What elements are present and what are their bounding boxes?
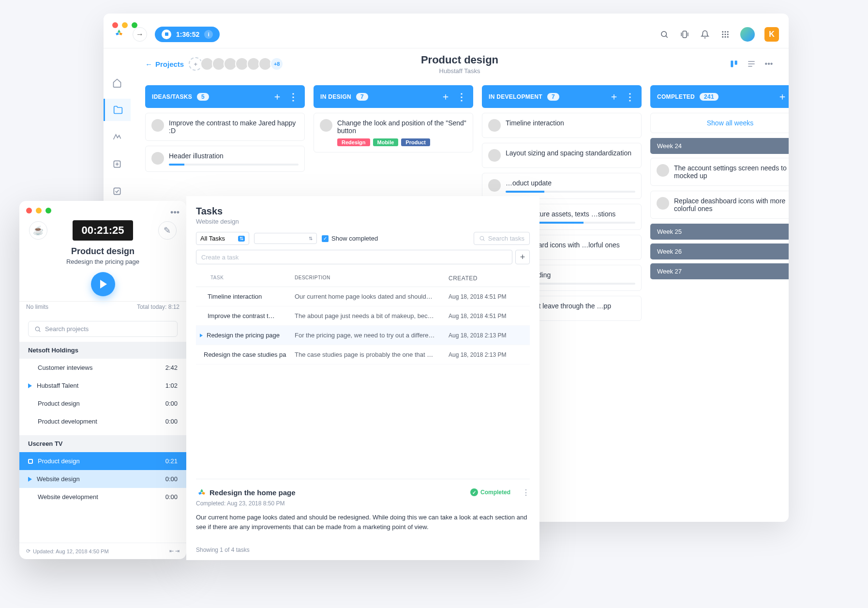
avatar	[657, 164, 669, 177]
task-created: Aug 18, 2018 4:51 PM	[449, 313, 526, 319]
bell-icon[interactable]	[700, 29, 710, 40]
timer-value: 1:36:52	[176, 30, 199, 38]
task-row[interactable]: Redesign the pricing pageFor the pricing…	[196, 326, 530, 345]
project-item[interactable]: Website design0:00	[19, 470, 186, 488]
topbar: → 1:36:52 i K	[104, 20, 789, 48]
add-task-button[interactable]: +	[515, 250, 530, 264]
column-count: 7	[356, 93, 368, 101]
column-menu-icon[interactable]: ⋮	[457, 91, 466, 103]
rail-home[interactable]	[104, 72, 131, 94]
card-label: Product	[401, 138, 430, 146]
filter-label: All Tasks	[200, 235, 225, 242]
project-item[interactable]: Product design0:00	[19, 395, 186, 412]
kanban-card[interactable]: Header illustration	[145, 146, 305, 172]
task-name: Timeline interaction	[208, 293, 262, 300]
timer-pill[interactable]: 1:36:52 i	[155, 27, 220, 42]
tracker-window: ••• ☕ 00:21:25 ✎ Product design Redesign…	[19, 201, 186, 559]
svg-rect-1	[683, 31, 687, 38]
column-menu-icon[interactable]: ⋮	[288, 91, 298, 103]
back-button[interactable]: ← Projects	[145, 60, 184, 68]
kanban-column: COMPLETED241＋⋮Show all weeksWeek 24▾The …	[650, 85, 789, 326]
add-card-icon[interactable]: ＋	[778, 90, 787, 103]
play-button[interactable]	[91, 272, 115, 296]
avatar	[151, 152, 164, 165]
kanban-card[interactable]: Improve the contrast to make Jared happy…	[145, 113, 305, 141]
task-detail-more-icon[interactable]: ⋮	[522, 488, 530, 497]
project-item[interactable]: Website development0:00	[19, 488, 186, 506]
project-time: 0:00	[165, 418, 178, 425]
project-item[interactable]: Product development0:00	[19, 412, 186, 430]
org-badge[interactable]: K	[764, 27, 779, 42]
search-projects-input[interactable]: Search projects	[28, 321, 178, 337]
svg-point-6	[725, 33, 726, 35]
task-created: Aug 18, 2018 2:13 PM	[449, 351, 526, 358]
week-collapse[interactable]: Week 25▾	[650, 224, 789, 240]
add-card-icon[interactable]: ＋	[272, 90, 282, 103]
copy-icon[interactable]	[679, 29, 690, 40]
kanban-card[interactable]: Timeline interaction	[482, 113, 642, 138]
kanban-card[interactable]: Replace deashboard icons with more color…	[650, 191, 789, 219]
list-view-icon[interactable]	[746, 59, 757, 69]
svg-rect-12	[114, 188, 120, 194]
show-completed-checkbox[interactable]: ✓ Show completed	[322, 235, 378, 242]
task-detail-meta: Completed: Aug 23, 2018 8:50 PM	[196, 500, 530, 507]
rail-projects[interactable]	[104, 99, 131, 121]
nav-forward-button[interactable]: →	[133, 27, 147, 42]
svg-point-0	[661, 31, 667, 37]
add-card-icon[interactable]: ＋	[441, 90, 450, 103]
task-filter-select-2[interactable]: ⇅	[254, 233, 317, 244]
show-all-weeks-button[interactable]: Show all weeks	[650, 113, 789, 133]
edit-button[interactable]: ✎	[158, 221, 177, 240]
kanban-card[interactable]: Change the look and position of the "Sen…	[314, 113, 473, 152]
avatar	[488, 179, 501, 192]
project-item[interactable]: Customer inteviews2:42	[19, 359, 186, 377]
rail-timesheets[interactable]	[104, 153, 131, 175]
progress-bar	[506, 191, 635, 193]
project-item[interactable]: Product design0:21	[19, 452, 186, 470]
close-window[interactable]	[112, 22, 118, 28]
minimize-window[interactable]	[122, 22, 128, 28]
maximize-window[interactable]	[132, 22, 137, 28]
kanban-card[interactable]: The account settings screen needs to be …	[650, 158, 789, 186]
task-row[interactable]: Timeline interactionOur current home pag…	[196, 287, 530, 306]
search-tasks-placeholder: Search tasks	[488, 235, 524, 242]
week-collapse[interactable]: Week 24▾	[650, 138, 789, 154]
project-item[interactable]: Hubstaff Talent1:02	[19, 377, 186, 395]
play-icon	[28, 383, 32, 388]
svg-point-9	[725, 36, 726, 37]
app-logo	[113, 29, 125, 40]
column-header: IN DEVELOPMENT7＋⋮	[482, 85, 642, 108]
more-avatars[interactable]: +8	[270, 57, 284, 71]
task-row[interactable]: Redesign the case studies pa…The case st…	[196, 345, 530, 365]
avatar	[488, 119, 501, 132]
user-avatar[interactable]	[740, 27, 755, 42]
collapse-icon[interactable]: ⇤ ⇥	[169, 548, 180, 554]
col-header-created: CREATED	[449, 275, 526, 282]
rail-activity[interactable]	[104, 126, 131, 148]
search-icon[interactable]	[659, 29, 670, 40]
more-icon[interactable]: •••	[763, 59, 774, 69]
member-avatars[interactable]: + +8	[189, 57, 284, 71]
task-filter-select[interactable]: All Tasks ⇅	[196, 232, 249, 245]
status-label: Completed	[480, 489, 510, 496]
app-logo-small	[196, 488, 205, 497]
column-menu-icon[interactable]: ⋮	[625, 91, 635, 103]
project-time: 0:21	[165, 457, 178, 465]
create-task-input[interactable]: Create a task	[196, 250, 512, 264]
week-collapse[interactable]: Week 26▾	[650, 243, 789, 259]
stop-icon[interactable]	[162, 30, 171, 39]
search-tasks-input[interactable]: Search tasks	[474, 232, 530, 245]
week-collapse[interactable]: Week 27▾	[650, 263, 789, 279]
rail-todos[interactable]	[104, 180, 131, 202]
break-button[interactable]: ☕	[29, 221, 47, 240]
add-card-icon[interactable]: ＋	[609, 90, 619, 103]
info-icon[interactable]: i	[204, 30, 213, 39]
project-group-header: Netsoft Holdings	[19, 342, 186, 359]
project-time: 0:00	[165, 493, 178, 501]
task-row[interactable]: Improve the contrast t…The about page ju…	[196, 306, 530, 326]
task-created: Aug 18, 2018 4:51 PM	[449, 293, 526, 300]
apps-icon[interactable]	[720, 29, 731, 40]
board-view-icon[interactable]	[729, 59, 739, 69]
kanban-card[interactable]: Layout sizing and spacing standardizatio…	[482, 143, 642, 168]
kanban-card[interactable]: …oduct update	[482, 173, 642, 199]
